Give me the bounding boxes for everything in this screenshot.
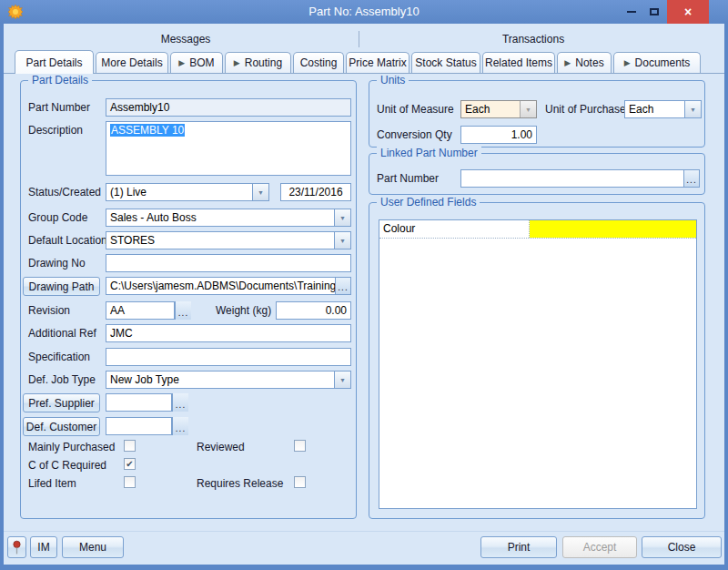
unit-of-purchase-label: Unit of Purchase [545,103,626,116]
requires-release-label: Requires Release [197,477,283,490]
tab-related-items[interactable]: Related Items [482,52,555,73]
tab-arrow-icon: ▶ [624,59,631,67]
pref-supplier-button[interactable]: Pref. Supplier [23,393,100,412]
conversion-qty-label: Conversion Qty [377,128,452,141]
units-legend: Units [377,74,409,87]
linked-part-number-legend: Linked Part Number [377,147,481,159]
part-details-legend: Part Details [28,74,92,87]
status-created-label: Status/Created [28,186,101,198]
minimize-button[interactable] [622,0,642,24]
weight-label: Weight (kg) [216,304,271,317]
dropdown-arrow-icon[interactable]: ▼ [684,101,701,117]
menu-button[interactable]: Menu [62,536,124,558]
units-group: Units Unit of Measure Each ▼ Unit of Pur… [369,80,705,148]
c-of-c-required-label: C of C Required [28,459,106,472]
tab-costing[interactable]: Costing [293,52,344,73]
drawing-path-field[interactable]: C:\Users\jamesm.ADBMS\Documents\Training… [106,277,351,295]
drawing-path-button[interactable]: Drawing Path [23,277,100,296]
specification-label: Specification [28,351,90,363]
linked-part-number-field[interactable]: ... [460,169,700,188]
drawing-no-field[interactable] [106,254,351,272]
requires-release-checkbox[interactable]: ✔ [294,476,306,488]
maximize-button[interactable] [644,0,664,24]
udf-grid[interactable]: Colour [379,219,697,509]
accept-button[interactable]: Accept [562,536,637,558]
specification-field[interactable] [106,348,351,366]
header-divider [359,31,359,47]
transactions-group-label: Transactions [360,33,706,46]
udf-field-name[interactable]: Colour [379,220,530,238]
unit-of-measure-label: Unit of Measure [377,103,454,116]
dropdown-arrow-icon[interactable]: ▼ [520,101,536,117]
linked-part-number-group: Linked Part Number Part Number ... [369,153,705,195]
window-title: Part No: Assembly10 [0,0,728,24]
revision-label: Revision [28,304,70,317]
weight-field[interactable]: 0.00 [276,301,351,320]
def-customer-button[interactable]: Def. Customer [23,417,100,436]
udf-field-value[interactable] [530,220,696,238]
def-customer-ellipsis-button[interactable]: ... [172,417,188,435]
title-bar: Part No: Assembly10 × [0,0,728,24]
maximize-icon [650,8,659,15]
revision-ellipsis-button[interactable]: ... [175,301,191,320]
dropdown-arrow-icon[interactable]: ▼ [334,209,350,226]
c-of-c-required-checkbox[interactable]: ✔ [124,458,136,470]
dropdown-arrow-icon[interactable]: ▼ [334,372,350,388]
udf-row-colour[interactable]: Colour [379,220,696,239]
unit-of-measure-combobox[interactable]: Each ▼ [460,100,537,118]
mainly-purchased-checkbox[interactable]: ✔ [124,440,136,452]
def-job-type-combobox[interactable]: New Job Type ▼ [106,371,351,389]
unit-of-purchase-combobox[interactable]: Each ▼ [624,100,702,118]
tab-arrow-icon: ▶ [234,59,240,67]
reviewed-label: Reviewed [197,441,245,453]
check-icon: ✔ [126,459,133,469]
im-button[interactable]: IM [30,536,57,558]
additional-ref-field[interactable]: JMC [106,324,351,342]
dropdown-arrow-icon[interactable]: ▼ [252,184,268,200]
group-code-combobox[interactable]: Sales - Auto Boss ▼ [106,209,351,227]
user-defined-fields-group: User Defined Fields Colour [369,202,705,519]
group-code-label: Group Code [28,211,87,224]
description-field[interactable]: ASSEMBLY 10 [106,121,351,176]
tab-part-details[interactable]: Part Details [15,50,94,74]
pin-button[interactable] [7,536,26,558]
pushpin-icon [12,540,22,555]
status-combobox[interactable]: (1) Live ▼ [106,183,269,201]
tab-documents[interactable]: ▶Documents [613,52,701,73]
description-selected-text: ASSEMBLY 10 [110,124,185,137]
user-defined-fields-legend: User Defined Fields [377,196,480,209]
tab-price-matrix[interactable]: Price Matrix [346,52,410,73]
reviewed-checkbox[interactable]: ✔ [294,440,306,452]
lifed-item-checkbox[interactable]: ✔ [124,476,136,488]
additional-ref-label: Additional Ref [28,327,96,340]
pref-supplier-ellipsis-button[interactable]: ... [172,393,188,412]
conversion-qty-field[interactable]: 1.00 [460,126,537,144]
dropdown-arrow-icon[interactable]: ▼ [334,232,350,249]
tab-routing[interactable]: ▶Routing [225,52,291,73]
created-date-field[interactable]: 23/11/2016 [280,183,351,201]
part-details-group: Part Details Part Number Assembly10 Desc… [20,80,357,519]
drawing-no-label: Drawing No [28,257,86,270]
minimize-icon [627,11,636,13]
lifed-item-label: Lifed Item [28,477,76,490]
tab-bom[interactable]: ▶BOM [170,52,223,73]
print-button[interactable]: Print [480,536,557,558]
part-window: Part No: Assembly10 × Messages Transacti… [0,0,728,570]
tab-strip: Part Details More Details ▶BOM ▶Routing … [15,49,703,74]
revision-field[interactable]: AA [106,301,175,320]
description-label: Description [28,124,83,137]
tab-arrow-icon: ▶ [564,59,571,67]
part-number-field[interactable]: Assembly10 [106,98,351,117]
def-customer-field[interactable] [106,417,172,435]
tab-stock-status[interactable]: Stock Status [411,52,480,73]
linked-part-ellipsis-button[interactable]: ... [683,170,699,187]
close-button[interactable]: Close [642,536,722,558]
default-location-combobox[interactable]: STORES ▼ [106,231,351,249]
close-window-button[interactable]: × [667,0,709,24]
tab-more-details[interactable]: More Details [96,52,168,73]
default-location-label: Default Location [28,234,107,247]
linked-part-number-label: Part Number [377,172,439,185]
browse-ellipsis-button[interactable]: ... [335,278,350,294]
tab-notes[interactable]: ▶Notes [557,52,612,73]
pref-supplier-field[interactable] [106,393,172,412]
